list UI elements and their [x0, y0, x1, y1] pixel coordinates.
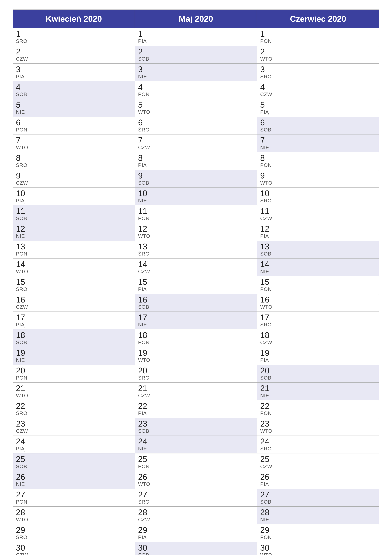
- day-number: 5: [260, 101, 376, 109]
- day-number: 19: [16, 349, 132, 357]
- day-number: 28: [138, 508, 254, 516]
- day-cell-m2-d23: 24ŚRO: [257, 436, 379, 453]
- day-number: 6: [16, 118, 132, 127]
- day-number: 27: [138, 490, 254, 499]
- day-number: 27: [260, 490, 376, 499]
- day-name: SOB: [16, 340, 132, 345]
- day-name: PON: [260, 534, 376, 540]
- day-number: 11: [138, 207, 254, 215]
- day-number: 16: [138, 296, 254, 304]
- day-number: 9: [138, 171, 254, 180]
- day-number: 12: [16, 225, 132, 233]
- day-name: SOB: [260, 499, 376, 505]
- day-name: CZW: [138, 145, 254, 150]
- day-cell-m2-d26: 27SOB: [257, 489, 379, 507]
- day-cell-m1-d3: 4PON: [135, 81, 257, 99]
- day-name: PIĄ: [16, 74, 132, 80]
- day-cell-m1-d6: 7CZW: [135, 134, 257, 152]
- day-name: ŚRO: [16, 286, 132, 292]
- day-number: 13: [16, 242, 132, 251]
- day-name: NIE: [16, 109, 132, 115]
- day-cell-m2-d28: 29PON: [257, 524, 379, 542]
- day-number: 17: [138, 313, 254, 321]
- day-cell-m2-d15: 16WTO: [257, 294, 379, 312]
- day-name: ŚRO: [260, 198, 376, 204]
- day-cell-m2-d2: 3ŚRO: [257, 64, 379, 81]
- day-name: PIĄ: [138, 286, 254, 292]
- day-name: PON: [16, 127, 132, 133]
- day-name: SOB: [260, 375, 376, 381]
- day-number: 13: [138, 242, 254, 251]
- day-cell-m0-d29: 30CZW: [13, 542, 135, 555]
- calendar-grid: Kwiecień 2020Maj 2020Czerwiec 20201ŚRO1P…: [13, 9, 379, 555]
- day-cell-m0-d16: 17PIĄ: [13, 312, 135, 329]
- day-name: CZW: [16, 552, 132, 555]
- day-number: 25: [16, 455, 132, 463]
- day-cell-m1-d7: 8PIĄ: [135, 152, 257, 170]
- day-name: NIE: [138, 74, 254, 80]
- day-number: 4: [260, 83, 376, 91]
- day-name: PON: [16, 251, 132, 257]
- day-number: 12: [138, 225, 254, 233]
- day-cell-m1-d23: 24NIE: [135, 436, 257, 453]
- day-name: NIE: [138, 446, 254, 452]
- month-header-2: Czerwiec 2020: [257, 10, 379, 28]
- day-cell-m2-d7: 8PON: [257, 152, 379, 170]
- day-number: 3: [16, 65, 132, 73]
- day-name: CZW: [16, 428, 132, 434]
- day-name: ŚRO: [138, 127, 254, 133]
- day-cell-m1-d21: 22PIĄ: [135, 400, 257, 418]
- day-name: NIE: [16, 481, 132, 487]
- day-cell-m1-d17: 18PON: [135, 329, 257, 347]
- day-cell-m0-d1: 2CZW: [13, 46, 135, 64]
- day-number: 13: [260, 242, 376, 251]
- day-cell-m2-d1: 2WTO: [257, 46, 379, 64]
- day-cell-m0-d0: 1ŚRO: [13, 28, 135, 46]
- day-name: WTO: [260, 56, 376, 62]
- day-cell-m2-d14: 15PON: [257, 276, 379, 294]
- day-cell-m0-d7: 8ŚRO: [13, 152, 135, 170]
- day-number: 8: [260, 154, 376, 162]
- day-name: PON: [260, 38, 376, 44]
- day-name: ŚRO: [138, 375, 254, 381]
- day-number: 18: [138, 331, 254, 339]
- day-name: CZW: [16, 304, 132, 310]
- day-name: SOB: [138, 552, 254, 555]
- day-cell-m0-d13: 14WTO: [13, 258, 135, 276]
- day-name: CZW: [16, 180, 132, 186]
- day-number: 11: [16, 207, 132, 215]
- day-number: 23: [138, 420, 254, 428]
- day-number: 19: [260, 349, 376, 357]
- day-cell-m0-d18: 19NIE: [13, 347, 135, 365]
- day-number: 24: [138, 437, 254, 445]
- month-header-1: Maj 2020: [135, 10, 257, 28]
- day-number: 29: [138, 526, 254, 534]
- day-cell-m1-d14: 15PIĄ: [135, 276, 257, 294]
- day-name: SOB: [16, 91, 132, 97]
- day-name: CZW: [260, 91, 376, 97]
- day-number: 20: [138, 366, 254, 375]
- day-number: 7: [16, 136, 132, 144]
- day-number: 4: [16, 83, 132, 91]
- day-name: WTO: [260, 304, 376, 310]
- day-name: WTO: [138, 481, 254, 487]
- day-cell-m1-d0: 1PIĄ: [135, 28, 257, 46]
- day-number: 9: [16, 171, 132, 180]
- day-name: CZW: [260, 464, 376, 469]
- day-number: 3: [138, 65, 254, 73]
- day-cell-m2-d6: 7NIE: [257, 134, 379, 152]
- day-name: PIĄ: [16, 322, 132, 328]
- day-cell-m2-d22: 23WTO: [257, 418, 379, 436]
- day-number: 30: [16, 544, 132, 552]
- day-number: 20: [16, 366, 132, 375]
- day-name: WTO: [260, 180, 376, 186]
- day-name: PON: [260, 286, 376, 292]
- day-cell-m0-d26: 27PON: [13, 489, 135, 507]
- day-cell-m2-d11: 12PIĄ: [257, 223, 379, 241]
- day-cell-m1-d28: 29PIĄ: [135, 524, 257, 542]
- day-cell-m1-d12: 13ŚRO: [135, 241, 257, 258]
- day-number: 30: [260, 544, 376, 552]
- day-name: NIE: [260, 269, 376, 275]
- day-name: PIĄ: [138, 162, 254, 168]
- month-header-0: Kwiecień 2020: [13, 10, 135, 28]
